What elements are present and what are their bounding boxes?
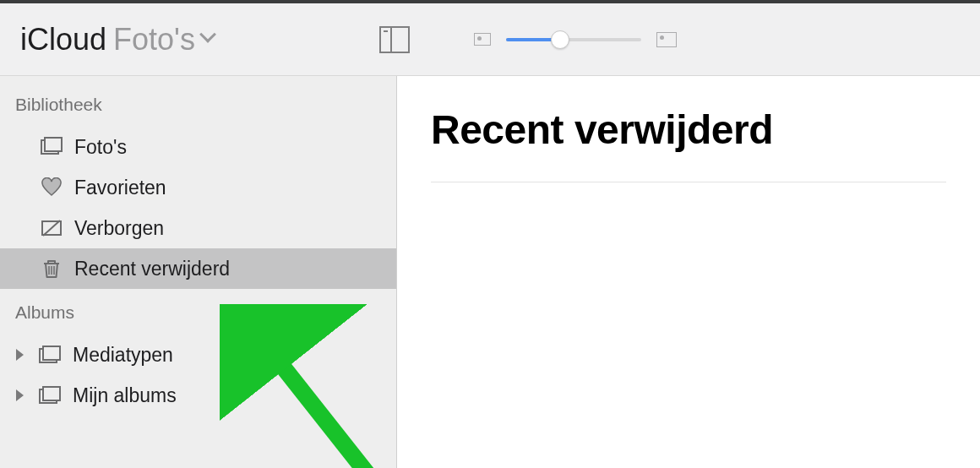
- divider: [431, 182, 946, 182]
- disclosure-triangle-icon[interactable]: [12, 347, 27, 362]
- slider-track[interactable]: [506, 38, 641, 41]
- album-name: Foto's: [113, 22, 195, 57]
- sidebar-item-mediatypes[interactable]: Mediatypen: [0, 335, 396, 375]
- sidebar-item-label: Mediatypen: [73, 344, 173, 367]
- sidebar-item-my-albums[interactable]: Mijn albums: [0, 375, 396, 416]
- trash-icon: [41, 258, 63, 279]
- thumb-large-icon: [656, 32, 677, 47]
- slider-thumb[interactable]: [551, 30, 569, 49]
- sidebar-item-photos[interactable]: Foto's: [0, 127, 396, 167]
- album-icon: [39, 385, 61, 405]
- page-title: Recent verwijderd: [431, 106, 946, 153]
- content-area: Recent verwijderd: [397, 76, 980, 468]
- app-name: iCloud: [20, 22, 106, 57]
- sidebar-item-label: Foto's: [74, 136, 127, 159]
- sidebar-item-label: Verborgen: [74, 217, 164, 240]
- photos-icon: [41, 137, 63, 157]
- sidebar-item-recently-deleted[interactable]: Recent verwijderd: [0, 248, 396, 289]
- sidebar-item-label: Recent verwijderd: [74, 258, 230, 280]
- sidebar-item-label: Favorieten: [74, 177, 166, 199]
- thumbnail-size-slider[interactable]: [474, 32, 677, 47]
- sidebar-section-header: Albums: [0, 289, 396, 335]
- sidebar-section-header: Bibliotheek: [0, 95, 396, 127]
- sidebar-item-label: Mijn albums: [73, 384, 177, 407]
- album-icon: [39, 345, 61, 365]
- chevron-down-icon: [202, 32, 217, 47]
- sidebar-toggle-button[interactable]: [379, 26, 410, 53]
- hidden-icon: [41, 218, 63, 238]
- thumb-small-icon: [474, 33, 491, 46]
- sidebar-item-hidden[interactable]: Verborgen: [0, 208, 396, 248]
- title-dropdown[interactable]: iCloud Foto's: [20, 22, 217, 57]
- sidebar-item-favorites[interactable]: Favorieten: [0, 167, 396, 208]
- sidebar: Bibliotheek Foto's Favorieten Verborgen …: [0, 76, 397, 468]
- disclosure-triangle-icon[interactable]: [12, 388, 27, 403]
- svg-rect-10: [43, 387, 60, 400]
- toolbar: iCloud Foto's: [0, 0, 980, 76]
- svg-rect-8: [43, 346, 60, 360]
- svg-rect-1: [45, 138, 62, 151]
- svg-line-3: [43, 220, 60, 236]
- heart-icon: [41, 177, 63, 198]
